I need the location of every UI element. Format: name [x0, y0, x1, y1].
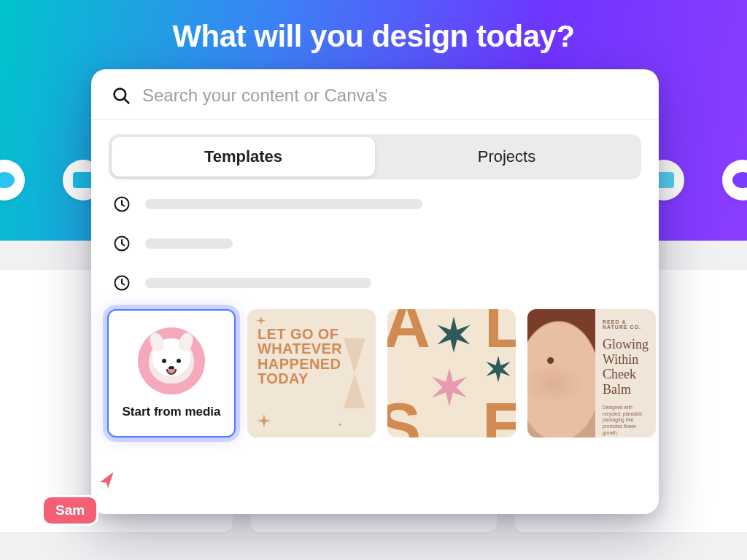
search-dropdown-panel: Templates Projects [91, 69, 659, 514]
tab-templates[interactable]: Templates [112, 137, 375, 176]
template-card-quote[interactable]: LET GO OF WHATEVER HAPPENED TODAY [247, 309, 376, 438]
collaborator-name-tag: Sam [44, 497, 96, 524]
media-avatar [138, 327, 205, 394]
recent-placeholder [145, 278, 371, 288]
sparkle-icon [255, 413, 274, 432]
recent-searches [91, 179, 659, 298]
tab-projects[interactable]: Projects [375, 137, 638, 176]
template-card-product[interactable]: REED & NATURE CO. Glowing Within Cheek B… [527, 309, 656, 438]
start-from-media-label: Start from media [122, 405, 220, 419]
search-input[interactable] [142, 85, 638, 106]
clock-icon [113, 274, 131, 292]
star-icon [484, 354, 513, 384]
quote-text: LET GO OF WHATEVER HAPPENED TODAY [258, 327, 344, 386]
letter-a: A [387, 309, 430, 357]
product-headline: Glowing Within Cheek Balm [603, 337, 649, 397]
start-from-media-card[interactable]: Start from media [107, 309, 236, 438]
star-icon [434, 315, 473, 354]
dog-image [149, 338, 194, 384]
recent-placeholder [145, 238, 233, 249]
letter-e: E [482, 394, 516, 438]
recent-search-item[interactable] [113, 235, 637, 252]
search-row [91, 69, 659, 120]
letter-s: S [387, 394, 421, 438]
letter-l: L [484, 309, 516, 357]
search-tabs: Templates Projects [109, 134, 641, 179]
search-icon [112, 86, 131, 105]
hourglass-icon [344, 338, 365, 408]
star-icon [428, 366, 471, 408]
product-fineprint: Designed with recycled, plantable packag… [603, 405, 649, 438]
clock-icon [113, 195, 131, 213]
sparkle-icon [335, 420, 345, 430]
hero-title: What will you design today? [0, 0, 747, 54]
recent-search-item[interactable] [113, 274, 637, 292]
recent-search-item[interactable] [113, 195, 637, 213]
product-brand: REED & NATURE CO. [603, 319, 649, 330]
svg-line-1 [125, 99, 129, 104]
template-card-letters[interactable]: A L S E [387, 309, 516, 438]
clock-icon [113, 235, 131, 252]
template-thumbnails: Start from media LET GO OF WHATEVER HAPP… [91, 298, 659, 438]
recent-placeholder [145, 199, 422, 209]
model-face-image [527, 309, 595, 438]
